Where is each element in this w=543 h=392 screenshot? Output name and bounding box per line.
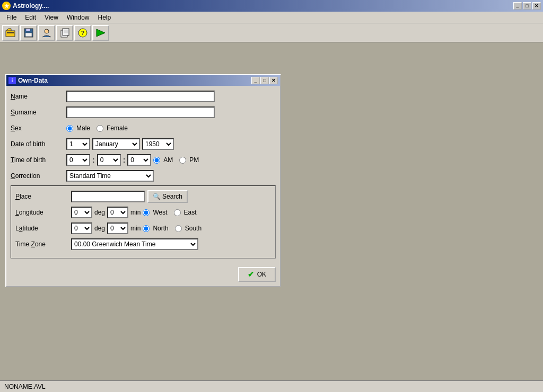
ok-check-icon: ✔ (248, 270, 254, 279)
menu-view[interactable]: View (40, 13, 63, 22)
correction-label: Correction (11, 172, 66, 180)
help-button[interactable]: ? (74, 25, 91, 41)
go-button[interactable] (92, 25, 109, 41)
longitude-west-radio[interactable] (143, 209, 150, 216)
sex-male-radio[interactable] (66, 125, 73, 132)
tob-hour-select[interactable]: 0123 4567 89101112 (66, 154, 90, 166)
sex-female-radio[interactable] (97, 125, 103, 132)
status-text: NONAME.AVL (4, 383, 46, 390)
dialog-restore-button[interactable]: □ (260, 77, 269, 84)
svg-marker-14 (97, 29, 105, 37)
dialog-content: Name Surname Sex Male Female (6, 86, 280, 286)
menu-window[interactable]: Window (63, 13, 94, 22)
search-button[interactable]: 🔍 Search (147, 190, 188, 203)
latitude-label: Latitude (15, 225, 71, 232)
latitude-row: Latitude 0123 deg 0123 min North So (15, 222, 271, 235)
status-bar: NONAME.AVL (0, 380, 543, 392)
search-label: Search (162, 193, 182, 200)
surname-label: Surname (11, 109, 66, 116)
toolbar: ? (0, 23, 543, 42)
longitude-label: Longitude (15, 209, 71, 216)
search-icon: 🔍 (153, 193, 161, 200)
lon-min-select[interactable]: 0123 (107, 207, 128, 218)
correction-row: Correction Standard Time Daylight Saving… (11, 170, 276, 182)
place-label: Place (15, 193, 71, 200)
dob-year-select[interactable]: 195019511952 195319541955 (142, 138, 174, 150)
dialog-close-button[interactable]: ✕ (269, 77, 278, 84)
dialog-title-left: i Own-Data (8, 77, 48, 84)
timezone-select[interactable]: 00.00 Greenwich Mean Time 01.00 Central … (71, 238, 198, 250)
name-row: Name (11, 90, 276, 103)
svg-rect-0 (6, 31, 15, 37)
svg-text:?: ? (81, 30, 85, 36)
sex-control-area: Male Female (66, 124, 276, 132)
dialog-title-text: Own-Data (18, 77, 48, 84)
svg-rect-5 (25, 33, 32, 37)
ok-label: OK (257, 271, 266, 278)
menu-file[interactable]: File (2, 13, 21, 22)
dialog-minimize-button[interactable]: _ (251, 77, 260, 84)
restore-button[interactable]: □ (523, 2, 531, 10)
place-input[interactable] (71, 191, 145, 202)
menu-edit[interactable]: Edit (21, 13, 40, 22)
name-label: Name (11, 93, 66, 100)
tob-control-area: 0123 4567 89101112 : 01234 56789 1015203… (66, 154, 276, 166)
dialog-controls: _ □ ✕ (251, 77, 278, 84)
svg-marker-1 (6, 29, 11, 31)
am-radio[interactable] (153, 157, 160, 164)
lat-min-label: min (130, 225, 141, 232)
minimize-button[interactable]: _ (513, 2, 522, 10)
lon-min-label: min (130, 209, 141, 216)
time-sep-2: : (123, 156, 126, 164)
own-data-dialog: i Own-Data _ □ ✕ Name Surname (5, 74, 281, 287)
copy-button[interactable] (56, 25, 73, 41)
app-title: Astrology.... (13, 2, 49, 10)
save-button[interactable] (20, 25, 37, 41)
user-button[interactable] (38, 25, 55, 41)
latitude-south-radio[interactable] (175, 225, 182, 232)
name-input[interactable] (66, 91, 215, 102)
latitude-control-area: 0123 deg 0123 min North South (71, 222, 271, 234)
sex-label: Sex (11, 124, 66, 132)
lat-min-select[interactable]: 0123 (107, 222, 128, 234)
surname-control-area (66, 106, 276, 118)
lat-deg-label: deg (94, 225, 105, 232)
title-bar-left: ★ Astrology.... (2, 2, 49, 10)
title-bar: ★ Astrology.... _ □ ✕ (0, 0, 543, 12)
dob-row: Date of birth 12345 678910 1112131415 16… (11, 138, 276, 150)
tob-label: Time of birth (11, 156, 66, 164)
svg-rect-8 (63, 29, 69, 35)
latitude-north-label: North (153, 225, 168, 232)
title-bar-controls: _ □ ✕ (513, 2, 541, 10)
tob-min-select[interactable]: 01234 56789 1015203045 (97, 154, 121, 166)
dob-day-select[interactable]: 12345 678910 1112131415 1617181920 21222… (66, 138, 90, 150)
svg-point-6 (45, 29, 49, 33)
menu-help[interactable]: Help (94, 13, 116, 22)
correction-select[interactable]: Standard Time Daylight Saving Universal … (66, 170, 154, 182)
surname-input[interactable] (66, 106, 215, 118)
am-label: AM (163, 156, 173, 164)
dob-month-select[interactable]: JanuaryFebruaryMarch AprilMayJune JulyAu… (92, 138, 140, 150)
open-button[interactable] (2, 25, 19, 41)
pm-radio[interactable] (179, 157, 186, 164)
lon-deg-select[interactable]: 0123 (71, 207, 92, 218)
timezone-control-area: 00.00 Greenwich Mean Time 01.00 Central … (71, 238, 271, 250)
place-control-area: 🔍 Search (71, 190, 271, 203)
tob-sec-select[interactable]: 01234 510152030 (127, 154, 151, 166)
longitude-east-label: East (184, 209, 197, 216)
sex-row: Sex Male Female (11, 122, 276, 135)
name-control-area (66, 91, 276, 102)
longitude-east-radio[interactable] (174, 209, 181, 216)
latitude-north-radio[interactable] (143, 225, 150, 232)
ok-button[interactable]: ✔ OK (238, 267, 276, 282)
lon-deg-label: deg (94, 209, 105, 216)
close-button[interactable]: ✕ (532, 2, 541, 10)
lat-deg-select[interactable]: 0123 (71, 222, 92, 234)
svg-rect-2 (7, 32, 14, 33)
dob-label: Date of birth (11, 140, 66, 148)
pm-label: PM (189, 156, 199, 164)
longitude-row: Longitude 0123 deg 0123 min West Ea (15, 206, 271, 219)
place-row: Place 🔍 Search (15, 190, 271, 203)
svg-rect-4 (26, 29, 30, 31)
place-section: Place 🔍 Search Longitude 0123 (11, 185, 276, 259)
